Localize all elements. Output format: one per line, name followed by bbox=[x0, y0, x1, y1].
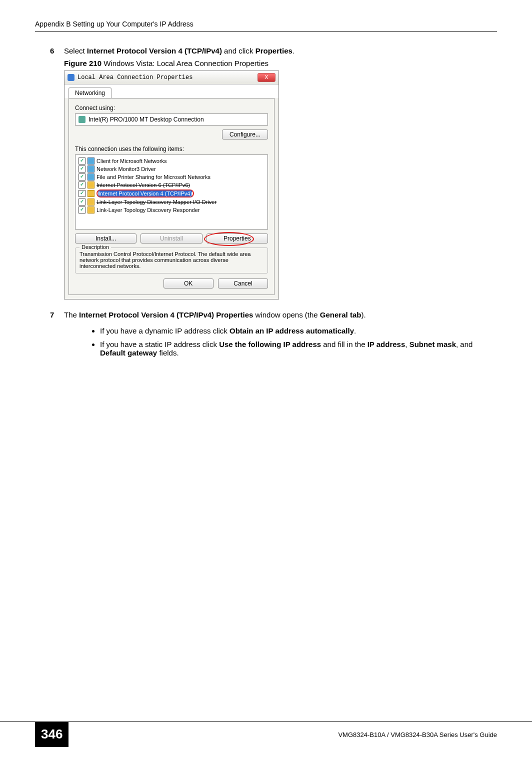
step-number: 7 bbox=[50, 310, 64, 319]
running-header: Appendix B Setting up Your Computer's IP… bbox=[35, 20, 497, 32]
t: Internet Protocol Version 4 (TCP/IPv4) P… bbox=[79, 310, 253, 319]
item-label: File and Printer Sharing for Microsoft N… bbox=[96, 174, 210, 180]
bullet-item: If you have a static IP address click Us… bbox=[100, 340, 497, 357]
item-label: Internet Protocol Version 6 (TCP/IPv6) bbox=[96, 182, 190, 188]
window-icon bbox=[68, 74, 74, 81]
t: Select bbox=[64, 46, 87, 55]
uninstall-button: Uninstall bbox=[140, 234, 202, 244]
properties-button[interactable]: Properties bbox=[206, 234, 268, 244]
t: Default gateway bbox=[100, 348, 157, 357]
list-item[interactable]: ✓ Link-Layer Topology Discovery Responde… bbox=[78, 206, 266, 214]
t: Properties bbox=[256, 46, 292, 55]
t: Internet Protocol Version 4 (TCP/IPv4) bbox=[87, 46, 222, 55]
item-label: Internet Protocol Version 4 (TCP/IPv4) bbox=[98, 190, 192, 196]
t: Subnet mask bbox=[410, 340, 456, 348]
list-item[interactable]: ✓ Link-Layer Topology Discovery Mapper I… bbox=[78, 198, 266, 206]
t: If you have a dynamic IP address click bbox=[100, 326, 230, 335]
protocol-icon bbox=[88, 182, 94, 188]
t: The bbox=[64, 310, 79, 319]
step-6: 6 Select Internet Protocol Version 4 (TC… bbox=[50, 46, 497, 55]
step-number: 6 bbox=[50, 46, 64, 55]
guide-title: VMG8324-B10A / VMG8324-B30A Series User'… bbox=[338, 731, 497, 738]
page-footer: 346 VMG8324-B10A / VMG8324-B30A Series U… bbox=[0, 722, 532, 747]
checkbox-icon[interactable]: ✓ bbox=[78, 198, 86, 206]
list-item[interactable]: ✓ Client for Microsoft Networks bbox=[78, 157, 266, 165]
step-7: 7 The Internet Protocol Version 4 (TCP/I… bbox=[50, 310, 497, 319]
t: If you have a static IP address click bbox=[100, 340, 219, 348]
page-number: 346 bbox=[35, 722, 68, 747]
t: and fill in the bbox=[323, 340, 367, 348]
nic-icon bbox=[78, 116, 86, 123]
adapter-field[interactable]: Intel(R) PRO/1000 MT Desktop Connection bbox=[75, 114, 268, 126]
protocol-icon bbox=[88, 190, 94, 197]
protocol-icon bbox=[88, 198, 94, 206]
checkbox-icon[interactable]: ✓ bbox=[78, 206, 86, 214]
t: , and bbox=[456, 340, 472, 348]
t: Use the following IP address bbox=[219, 340, 321, 348]
component-icon bbox=[88, 174, 94, 180]
description-text: Transmission Control Protocol/Internet P… bbox=[80, 251, 250, 269]
highlight-oval: Internet Protocol Version 4 (TCP/IPv4) bbox=[96, 190, 194, 198]
step-text: Select Internet Protocol Version 4 (TCP/… bbox=[64, 46, 497, 55]
description-label: Description bbox=[80, 244, 111, 250]
checkbox-icon[interactable]: ✓ bbox=[78, 182, 86, 188]
protocol-icon bbox=[88, 206, 94, 214]
t: IP address bbox=[368, 340, 406, 348]
tab-row: Networking bbox=[64, 84, 278, 98]
t: fields. bbox=[159, 348, 178, 357]
description-group: Description Transmission Control Protoco… bbox=[75, 248, 268, 274]
list-item[interactable]: ✓ Network Monitor3 Driver bbox=[78, 165, 266, 173]
item-label: Link-Layer Topology Discovery Responder bbox=[96, 207, 200, 213]
list-item[interactable]: ✓ Internet Protocol Version 6 (TCP/IPv6) bbox=[78, 181, 266, 189]
t: window opens (the bbox=[256, 310, 320, 319]
t: General tab bbox=[320, 310, 362, 319]
dialog-window: Local Area Connection Properties X Netwo… bbox=[64, 70, 279, 300]
t: , bbox=[405, 340, 409, 348]
adapter-name: Intel(R) PRO/1000 MT Desktop Connection bbox=[88, 116, 204, 123]
sub-bullets: If you have a dynamic IP address click O… bbox=[80, 326, 497, 357]
t: . bbox=[292, 46, 294, 55]
items-label: This connection uses the following items… bbox=[75, 146, 268, 152]
list-item-selected[interactable]: ✓ Internet Protocol Version 4 (TCP/IPv4) bbox=[78, 189, 266, 198]
t: ). bbox=[361, 310, 366, 319]
checkbox-icon[interactable]: ✓ bbox=[78, 174, 86, 180]
titlebar: Local Area Connection Properties X bbox=[64, 71, 278, 84]
connect-using-label: Connect using: bbox=[75, 104, 268, 112]
figure-title: Windows Vista: Local Area Connection Pro… bbox=[102, 59, 268, 68]
bullet-item: If you have a dynamic IP address click O… bbox=[100, 326, 497, 335]
configure-button[interactable]: Configure... bbox=[222, 130, 268, 140]
window-title: Local Area Connection Properties bbox=[78, 74, 192, 81]
figure-caption: Figure 210 Windows Vista: Local Area Con… bbox=[64, 59, 497, 68]
tab-networking[interactable]: Networking bbox=[68, 88, 112, 98]
step-text: The Internet Protocol Version 4 (TCP/IPv… bbox=[64, 310, 497, 319]
close-icon[interactable]: X bbox=[258, 73, 276, 82]
items-listbox[interactable]: ✓ Client for Microsoft Networks ✓ Networ… bbox=[75, 154, 268, 230]
ok-button[interactable]: OK bbox=[164, 278, 214, 288]
item-label: Client for Microsoft Networks bbox=[96, 158, 167, 164]
list-item[interactable]: ✓ File and Printer Sharing for Microsoft… bbox=[78, 173, 266, 181]
figure-label: Figure 210 bbox=[64, 59, 102, 68]
t: . bbox=[354, 326, 356, 335]
t: and click bbox=[224, 46, 256, 55]
component-icon bbox=[88, 158, 94, 164]
checkbox-icon[interactable]: ✓ bbox=[78, 166, 86, 172]
t: Obtain an IP address automatically bbox=[230, 326, 354, 335]
component-icon bbox=[88, 166, 94, 172]
cancel-button[interactable]: Cancel bbox=[218, 278, 268, 288]
item-label: Network Monitor3 Driver bbox=[96, 166, 156, 172]
item-label: Link-Layer Topology Discovery Mapper I/O… bbox=[96, 199, 216, 205]
checkbox-icon[interactable]: ✓ bbox=[78, 158, 86, 164]
checkbox-icon[interactable]: ✓ bbox=[78, 190, 86, 197]
install-button[interactable]: Install... bbox=[75, 234, 136, 244]
